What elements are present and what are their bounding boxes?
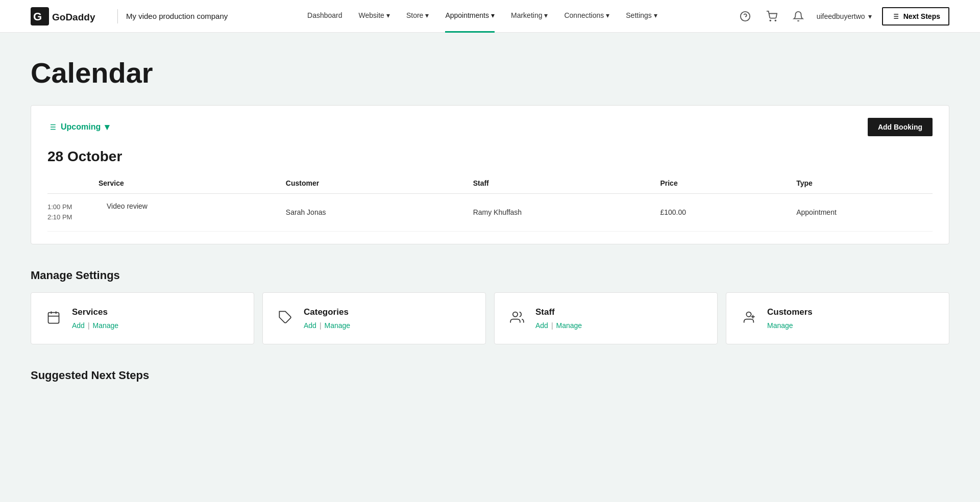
- col-header-price: Price: [660, 175, 796, 194]
- chevron-down-icon: ▾: [606, 11, 609, 19]
- nav-links: Dashboard Website ▾ Store ▾ Appointments…: [307, 11, 657, 21]
- services-card-links: Add | Manage: [72, 321, 118, 330]
- staff-manage-link[interactable]: Manage: [556, 321, 582, 330]
- categories-card-links: Add | Manage: [304, 321, 350, 330]
- nav-right: uifeedbuyertwo ▾ Next Steps: [737, 7, 949, 26]
- categories-card-content: Categories Add | Manage: [304, 307, 350, 330]
- categories-add-link[interactable]: Add: [304, 321, 316, 330]
- appointment-time: 1:00 PM 2:10 PM: [47, 202, 99, 223]
- date-heading: 28 October: [47, 148, 933, 165]
- calendar-card: Upcoming ▾ Add Booking 28 October Servic…: [31, 105, 949, 245]
- categories-manage-link[interactable]: Manage: [325, 321, 351, 330]
- nav-item-dashboard[interactable]: Dashboard: [307, 11, 342, 21]
- customers-card-content: Customers Manage: [767, 307, 813, 330]
- main-content: Calendar Upcoming ▾ Add Booking 28 Octob…: [0, 33, 980, 407]
- staff-add-link[interactable]: Add: [535, 321, 548, 330]
- staff-card-title: Staff: [535, 307, 582, 317]
- manage-settings-section: Manage Settings Services Add |: [31, 269, 949, 344]
- categories-card-title: Categories: [304, 307, 350, 317]
- chevron-down-icon: ▾: [868, 12, 872, 20]
- cart-icon[interactable]: [764, 8, 780, 24]
- appointment-type: Appointment: [796, 193, 933, 232]
- services-add-link[interactable]: Add: [72, 321, 85, 330]
- tag-icon: [278, 310, 292, 324]
- page-title: Calendar: [31, 57, 949, 89]
- suggested-next-steps-section: Suggested Next Steps: [31, 369, 949, 382]
- suggested-title: Suggested Next Steps: [31, 369, 949, 382]
- chevron-down-icon: ▾: [425, 11, 429, 19]
- notification-icon[interactable]: [790, 8, 806, 24]
- username-label: uifeedbuyertwo: [817, 12, 865, 20]
- upcoming-filter[interactable]: Upcoming ▾: [47, 121, 109, 133]
- chevron-down-icon: ▾: [491, 11, 495, 19]
- svg-text:GoDaddy: GoDaddy: [52, 12, 95, 22]
- services-card[interactable]: Services Add | Manage: [31, 292, 254, 344]
- help-icon[interactable]: [737, 8, 753, 24]
- customers-icon: [739, 307, 759, 328]
- nav-item-store[interactable]: Store ▾: [406, 11, 429, 21]
- staff-icon: [507, 307, 527, 328]
- svg-rect-19: [48, 313, 59, 323]
- people-icon: [510, 310, 524, 324]
- chevron-down-icon: ▾: [544, 11, 548, 19]
- list-icon: [891, 12, 899, 20]
- link-divider: |: [320, 321, 322, 330]
- categories-icon: [275, 307, 296, 328]
- godaddy-logo: G GoDaddy: [31, 7, 97, 26]
- nav-item-appointments[interactable]: Appointments ▾: [445, 11, 495, 21]
- link-divider: |: [88, 321, 90, 330]
- link-divider: |: [551, 321, 553, 330]
- next-steps-button[interactable]: Next Steps: [882, 7, 949, 26]
- customers-card-title: Customers: [767, 307, 813, 317]
- categories-card[interactable]: Categories Add | Manage: [262, 292, 486, 344]
- nav-separator: [117, 9, 118, 23]
- appointment-customer: Sarah Jonas: [286, 193, 473, 232]
- services-card-content: Services Add | Manage: [72, 307, 118, 330]
- nav-item-marketing[interactable]: Marketing ▾: [511, 11, 548, 21]
- col-header-type: Type: [796, 175, 933, 194]
- chevron-down-icon: ▾: [386, 11, 390, 19]
- filter-icon: [47, 122, 57, 132]
- nav-item-connections[interactable]: Connections ▾: [564, 11, 609, 21]
- staff-card-links: Add | Manage: [535, 321, 582, 330]
- staff-card-content: Staff Add | Manage: [535, 307, 582, 330]
- col-header-staff: Staff: [473, 175, 660, 194]
- customers-card-links: Manage: [767, 321, 813, 330]
- svg-point-24: [513, 312, 518, 317]
- user-menu[interactable]: uifeedbuyertwo ▾: [817, 12, 872, 20]
- settings-grid: Services Add | Manage Cate: [31, 292, 949, 344]
- services-card-title: Services: [72, 307, 118, 317]
- services-icon: [43, 307, 64, 328]
- nav-item-settings[interactable]: Settings ▾: [626, 11, 657, 21]
- top-navigation: G GoDaddy My video production company Da…: [0, 0, 980, 33]
- svg-text:G: G: [33, 10, 42, 23]
- col-header-service: Service: [47, 175, 286, 194]
- manage-settings-title: Manage Settings: [31, 269, 949, 282]
- person-plus-icon: [742, 310, 756, 324]
- svg-point-5: [770, 20, 771, 21]
- appointments-table: Service Customer Staff Price Type 1:00 P…: [47, 175, 933, 232]
- calendar-icon: [46, 310, 61, 324]
- staff-card[interactable]: Staff Add | Manage: [494, 292, 718, 344]
- calendar-header: Upcoming ▾ Add Booking: [47, 118, 933, 136]
- customers-manage-link[interactable]: Manage: [767, 321, 793, 330]
- appointment-service: Video review: [107, 202, 148, 210]
- chevron-down-icon: ▾: [654, 11, 657, 19]
- nav-item-website[interactable]: Website ▾: [359, 11, 390, 21]
- appointment-staff: Ramy Khuffash: [473, 193, 660, 232]
- col-header-customer: Customer: [286, 175, 473, 194]
- add-booking-button[interactable]: Add Booking: [868, 118, 933, 136]
- logo-area[interactable]: G GoDaddy: [31, 7, 97, 26]
- company-name: My video production company: [126, 12, 228, 20]
- chevron-down-icon: ▾: [105, 121, 109, 133]
- appointment-price: £100.00: [660, 193, 796, 232]
- svg-point-6: [775, 20, 776, 21]
- svg-point-25: [746, 312, 751, 317]
- customers-card[interactable]: Customers Manage: [726, 292, 949, 344]
- services-manage-link[interactable]: Manage: [93, 321, 119, 330]
- table-row[interactable]: 1:00 PM 2:10 PM Video review Sarah Jonas…: [47, 193, 933, 232]
